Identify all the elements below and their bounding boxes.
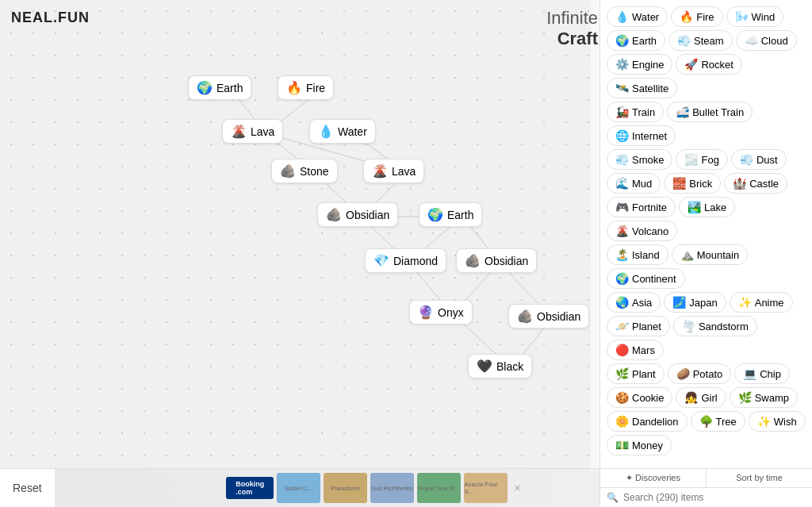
sidebar-item-money[interactable]: 💵Money — [607, 435, 672, 455]
sidebar-item-volcano[interactable]: 🌋Volcano — [607, 221, 677, 241]
sidebar-label: Castle — [749, 178, 779, 190]
sidebar-item-fog[interactable]: 🌫️Fog — [676, 149, 727, 170]
sidebar-emoji: 🌿 — [738, 391, 752, 404]
craft-item-obsidian3[interactable]: 🪨Obsidian — [508, 304, 589, 328]
sidebar-item-bullet-train[interactable]: 🚅Bullet Train — [667, 102, 753, 122]
sidebar-item-cookie[interactable]: 🍪Cookie — [607, 387, 672, 408]
sidebar-row: 🌍Earth💨Steam☁️Cloud — [607, 30, 806, 51]
craft-item-diamond1[interactable]: 💎Diamond — [365, 248, 446, 273]
sidebar-emoji: 🚂 — [615, 106, 629, 118]
sidebar-label: Asia — [632, 297, 652, 309]
sidebar-emoji: 💨 — [740, 153, 753, 166]
sidebar-item-water[interactable]: 💧Water — [607, 6, 668, 27]
craft-item-fire1[interactable]: 🔥Fire — [278, 75, 334, 100]
sidebar-item-chip[interactable]: 💻Chip — [734, 363, 790, 384]
ad-thumb-2: Pianoforre — [324, 473, 367, 503]
sidebar-item-fire[interactable]: 🔥Fire — [671, 6, 722, 27]
sidebar-item-train[interactable]: 🚂Train — [607, 102, 664, 122]
ad-close[interactable]: ✕ — [514, 483, 521, 494]
sidebar-label: Cloud — [761, 35, 788, 47]
sidebar-row: 🍪Cookie👧Girl🌿Swamp — [607, 387, 806, 408]
craft-item-earth1[interactable]: 🌍Earth — [188, 75, 251, 100]
craft-item-onyx1[interactable]: 🔮Onyx — [409, 300, 473, 325]
sidebar-item-mountain[interactable]: ⛰️Mountain — [672, 244, 748, 265]
sidebar-item-fortnite[interactable]: 🎮Fortnite — [607, 197, 676, 217]
craft-item-earth2[interactable]: 🌍Earth — [419, 202, 482, 227]
sidebar-label: Fortnite — [632, 202, 667, 213]
reset-button[interactable]: Reset — [0, 482, 55, 494]
craft-item-obsidian1[interactable]: 🪨Obsidian — [317, 202, 398, 227]
sidebar-item-earth[interactable]: 🌍Earth — [607, 30, 665, 51]
sort-button[interactable]: Sort by time — [707, 469, 812, 487]
sidebar-item-plant[interactable]: 🌿Plant — [607, 363, 665, 384]
sidebar-item-swamp[interactable]: 🌿Swamp — [730, 387, 798, 408]
app-logo: NEAL.FUN — [11, 10, 90, 26]
craft-emoji: 💎 — [373, 253, 389, 268]
sidebar-item-sandstorm[interactable]: 🌪️Sandstorm — [673, 316, 757, 336]
craft-label: Obsidian — [346, 209, 389, 221]
sidebar-item-continent[interactable]: 🌍Continent — [607, 268, 685, 289]
craft-label: Earth — [216, 82, 243, 94]
sidebar-row: 💧Water🔥Fire🌬️Wind — [607, 6, 806, 27]
craft-label: Stone — [300, 165, 329, 178]
sidebar-label: Mud — [632, 178, 652, 190]
craft-item-lava2[interactable]: 🌋Lava — [363, 159, 424, 183]
sidebar-item-rocket[interactable]: 🚀Rocket — [676, 54, 741, 75]
sidebar-label: Cookie — [632, 392, 664, 404]
sidebar-emoji: 🪐 — [615, 320, 629, 332]
sidebar-item-tree[interactable]: 🌳Tree — [691, 411, 745, 432]
craft-item-obsidian2[interactable]: 🪨Obsidian — [456, 248, 537, 273]
sidebar-row: 🎮Fortnite🏞️Lake🌋Volcano — [607, 197, 806, 241]
ad-thumb-1: Safari C... — [277, 473, 320, 503]
craft-emoji: 🪨 — [517, 309, 533, 324]
sidebar-item-brick[interactable]: 🧱Brick — [664, 173, 721, 194]
sidebar-label: Internet — [632, 130, 667, 142]
sidebar-item-steam[interactable]: 💨Steam — [668, 30, 733, 51]
craft-item-black1[interactable]: 🖤Black — [468, 354, 532, 378]
craft-emoji: 🌍 — [427, 207, 443, 222]
search-input[interactable] — [623, 492, 806, 503]
sidebar-item-engine[interactable]: ⚙️Engine — [607, 54, 672, 75]
sidebar-item-wind[interactable]: 🌬️Wind — [726, 6, 784, 27]
sidebar-item-lake[interactable]: 🏞️Lake — [679, 197, 735, 217]
sidebar-item-japan[interactable]: 🗾Japan — [664, 292, 726, 313]
craft-item-stone1[interactable]: 🪨Stone — [271, 159, 338, 183]
sidebar-emoji: 🏰 — [733, 177, 746, 190]
sidebar-emoji: 💧 — [615, 10, 629, 23]
discoveries-button[interactable]: ✦ Discoveries — [600, 469, 707, 487]
search-bar: 🔍 — [600, 488, 812, 507]
sidebar-item-internet[interactable]: 🌐Internet — [607, 125, 676, 146]
sidebar-item-cloud[interactable]: ☁️Cloud — [736, 30, 797, 51]
ad-thumb-4: Royal Sea St... — [417, 473, 461, 503]
sidebar-emoji: 🚀 — [684, 58, 698, 71]
sidebar-item-smoke[interactable]: 💨Smoke — [607, 149, 672, 170]
sidebar-item-dandelion[interactable]: 🌼Dandelion — [607, 411, 688, 432]
sidebar-label: Continent — [632, 273, 676, 285]
craft-label: Earth — [447, 209, 473, 221]
sidebar-label: Planet — [632, 321, 661, 332]
sidebar-emoji: 🌳 — [699, 415, 713, 428]
canvas-area[interactable]: 🌍Earth🔥Fire🌋Lava💧Water🪨Stone🌋Lava🪨Obsidi… — [0, 0, 591, 468]
sidebar-label: Plant — [632, 368, 656, 380]
sidebar-item-asia[interactable]: 🌏Asia — [607, 292, 661, 313]
sidebar-item-planet[interactable]: 🪐Planet — [607, 316, 670, 336]
craft-item-water1[interactable]: 💧Water — [309, 119, 376, 144]
sidebar-item-potato[interactable]: 🥔Potato — [668, 363, 732, 384]
sidebar-item-mars[interactable]: 🔴Mars — [607, 340, 664, 360]
sidebar-item-castle[interactable]: 🏰Castle — [724, 173, 787, 194]
sidebar-item-mud[interactable]: 🌊Mud — [607, 173, 661, 194]
sidebar-label: Water — [632, 11, 659, 23]
craft-item-lava1[interactable]: 🌋Lava — [222, 119, 283, 144]
sidebar-label: Fog — [701, 154, 718, 166]
search-icon: 🔍 — [607, 492, 619, 503]
sidebar-item-dust[interactable]: 💨Dust — [731, 149, 787, 170]
sidebar-item-anime[interactable]: ✨Anime — [730, 292, 793, 313]
craft-label: Diamond — [393, 255, 438, 267]
sidebar-label: Fire — [696, 11, 714, 23]
sidebar-item-satellite[interactable]: 🛰️Satellite — [607, 78, 677, 98]
sidebar-row: 🌿Plant🥔Potato💻Chip — [607, 363, 806, 384]
sidebar-item-girl[interactable]: 👧Girl — [676, 387, 726, 408]
sidebar-item-wish[interactable]: ✨Wish — [749, 411, 806, 432]
sidebar-item-island[interactable]: 🏝️Island — [607, 244, 668, 265]
sidebar-row: 🚂Train🚅Bullet Train🌐Internet — [607, 102, 806, 146]
